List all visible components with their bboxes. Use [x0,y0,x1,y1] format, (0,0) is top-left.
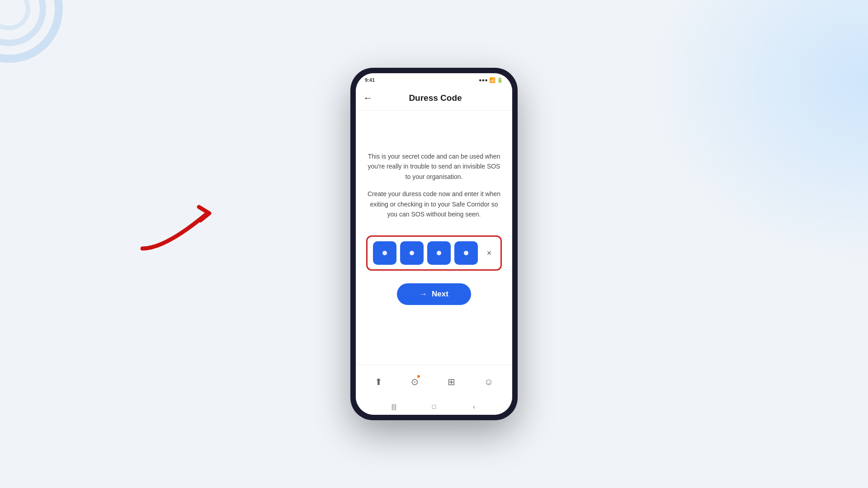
main-content: This is your secret code and can be used… [356,111,512,365]
code-dot-4 [464,251,468,255]
nav-active-dot [417,375,420,378]
status-time: 9:41 [365,77,375,83]
nav-item-grid[interactable]: ⊞ [448,376,455,387]
android-back-button[interactable]: ‹ [469,401,480,412]
description-text-1: This is your secret code and can be used… [367,151,501,226]
clear-code-button[interactable]: × [483,247,495,260]
arrow-annotation [129,190,233,255]
phone-screen: 9:41 ●●● 📶 🔋 ← Duress Code This is your … [356,73,512,415]
android-home-button[interactable]: □ [429,401,439,412]
next-button-label: Next [432,290,448,299]
phone-device: 9:41 ●●● 📶 🔋 ← Duress Code This is your … [350,68,518,420]
android-nav-bar: ||| □ ‹ [356,399,512,415]
upload-icon: ⬆ [375,376,382,387]
grid-icon: ⊞ [448,376,455,387]
code-dot-3 [437,251,441,255]
svg-point-0 [0,0,59,59]
code-digit-1[interactable] [373,241,396,265]
next-button[interactable]: → Next [397,283,471,305]
bg-gradient-right [642,0,868,271]
status-icons: ●●● 📶 🔋 [479,77,503,83]
home-icon: ⊙ [411,376,419,387]
home-square-icon: □ [432,403,436,410]
code-dot-2 [410,251,414,255]
nav-item-home[interactable]: ⊙ [411,376,419,387]
android-recent-button[interactable]: ||| [388,401,399,412]
phone-frame: 9:41 ●●● 📶 🔋 ← Duress Code This is your … [350,68,518,420]
page-title: Duress Code [377,93,494,103]
back-chevron-icon: ‹ [473,403,475,410]
recent-icon: ||| [392,403,396,410]
duress-code-input-container[interactable]: × [366,235,502,271]
nav-item-upload[interactable]: ⬆ [375,376,382,387]
code-digit-2[interactable] [400,241,424,265]
profile-icon: ☺ [484,377,493,387]
svg-point-1 [0,0,43,43]
bottom-nav-bar: ⬆ ⊙ ⊞ ☺ [356,365,512,399]
bg-decorative-circles [0,0,99,99]
code-digit-4[interactable] [454,241,478,265]
next-arrow-icon: → [420,290,427,299]
nav-item-profile[interactable]: ☺ [484,377,493,387]
code-digit-3[interactable] [427,241,451,265]
back-button[interactable]: ← [363,90,377,106]
app-header: ← Duress Code [356,87,512,111]
code-dot-1 [382,251,387,255]
status-bar: 9:41 ●●● 📶 🔋 [356,73,512,87]
svg-point-2 [0,0,28,28]
